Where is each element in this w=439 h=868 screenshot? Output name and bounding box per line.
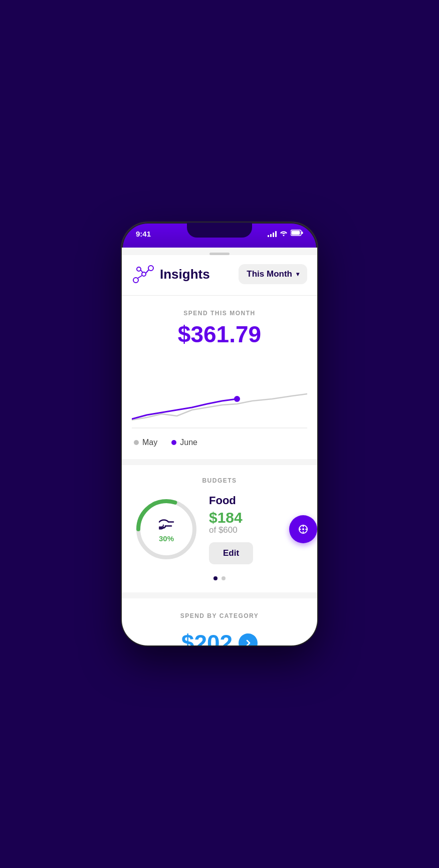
month-selector-button[interactable]: This Month ▾ [239,264,307,284]
page-title: Insights [160,267,210,282]
svg-line-9 [146,270,149,273]
battery-icon [291,230,303,238]
status-icons [268,230,303,238]
notch [187,223,252,238]
spend-section: SPEND THIS MONTH $361.79 May [122,296,317,459]
may-dot [134,440,139,445]
pagination-dot-2[interactable] [222,576,226,580]
food-circular-progress: 30% [134,497,199,562]
spend-chart [132,360,307,430]
budget-card-food: 30% Food $184 of $600 Edit [132,494,307,564]
header-left: Insights [132,263,210,285]
svg-rect-2 [292,231,300,235]
legend-june: June [171,438,197,447]
svg-line-7 [138,276,142,278]
chart-legend: May June [132,438,307,447]
category-arrow-button[interactable] [239,633,258,645]
spend-amount: $361.79 [132,321,307,348]
category-label: SPEND BY CATEGORY [132,612,307,619]
svg-point-5 [137,267,141,271]
category-amount: $202 [181,629,233,645]
budget-section: BUDGETS [122,465,317,592]
phone-shell: 9:41 [122,223,317,645]
legend-may: May [134,438,157,447]
svg-line-8 [141,270,143,273]
month-selector-label: This Month [247,269,292,279]
pagination-dots [132,576,307,582]
spend-label: SPEND THIS MONTH [132,310,307,317]
food-budget-name: Food [209,494,305,507]
svg-point-15 [302,528,304,530]
pagination-dot-1[interactable] [213,576,217,580]
category-section: SPEND BY CATEGORY $202 Retail · 55% [122,598,317,645]
june-label: June [180,438,197,447]
svg-rect-1 [302,232,303,234]
insights-logo-icon [132,263,154,285]
june-dot [171,440,176,445]
wifi-icon [280,230,288,238]
may-label: May [142,438,157,447]
food-progress-percent: 30% [159,534,174,543]
edit-budget-button[interactable]: Edit [209,542,253,564]
screen: Insights This Month ▾ SPEND THIS MONTH $… [122,248,317,645]
circular-center: 30% [157,516,175,543]
category-amount-row: $202 [132,629,307,645]
fab-button[interactable] [289,515,317,543]
budgets-label: BUDGETS [132,477,307,484]
header: Insights This Month ▾ [122,255,317,295]
svg-point-10 [234,396,240,402]
svg-point-3 [133,278,138,283]
signal-bars-icon [268,230,277,237]
utensils-icon [157,516,175,534]
chevron-down-icon: ▾ [296,271,299,278]
